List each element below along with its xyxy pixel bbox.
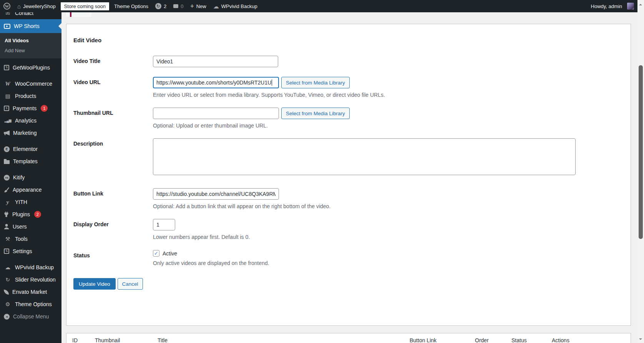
sidebar-item-envato-market[interactable]: Envato Market: [0, 286, 61, 298]
table-header-button-link: Button Link: [410, 337, 475, 343]
sidebar-item-marketing[interactable]: Marketing: [0, 127, 61, 139]
sidebar-item-plugins[interactable]: Plugins2: [0, 208, 61, 220]
sidebar-item-woocommerce[interactable]: WWooCommerce: [0, 78, 61, 90]
sidebar-item-collapse-menu[interactable]: ◄Collapse Menu: [0, 310, 61, 323]
megaphone-icon: [4, 131, 10, 136]
sliders-icon: ⇅: [4, 249, 9, 254]
new-content-menu[interactable]: + New: [187, 0, 209, 12]
sidebar-item-contact[interactable]: ✉Contact: [0, 12, 61, 19]
sidebar-item-label: Users: [13, 224, 27, 230]
wpvivid-label: WPvivid Backup: [221, 3, 257, 9]
tools-icon: ⚒: [4, 236, 12, 242]
update-video-button[interactable]: Update Video: [73, 278, 116, 290]
sidebar-item-theme-options[interactable]: ⚙Theme Options: [0, 298, 61, 310]
thumbnail-url-input[interactable]: [153, 108, 279, 119]
active-checkbox[interactable]: ✓: [153, 250, 159, 257]
sidebar-item-label: Kitify: [13, 174, 25, 181]
wpvivid-backup-menu[interactable]: ☁ WPvivid Backup: [210, 0, 261, 12]
video-url-input[interactable]: https://www.youtube.com/shorts/y0DMsRT2U…: [153, 77, 279, 88]
sidebar-item-add-new[interactable]: Add New: [0, 45, 61, 58]
videos-table-header-row: IDThumbnailTitleButton LinkOrderStatusAc…: [66, 333, 631, 343]
leaf-icon: [4, 290, 9, 295]
sidebar-item-label: Plugins: [12, 211, 30, 217]
account-menu[interactable]: Howdy, admin: [588, 0, 637, 12]
home-icon: ⌂: [17, 3, 21, 9]
box-icon: ▤: [4, 93, 12, 99]
cancel-button[interactable]: Cancel: [118, 278, 143, 290]
table-header-title: Title: [158, 337, 410, 343]
plug-icon: [4, 212, 9, 217]
site-menu[interactable]: ⌂ JewelleryShop: [14, 0, 59, 12]
comment-count: 0: [181, 3, 183, 9]
sidebar-item-templates[interactable]: Templates: [0, 155, 61, 167]
updates-menu[interactable]: ↻ 2: [152, 0, 170, 12]
sidebar-item-wpvivid-backup[interactable]: ☁WPvivid Backup: [0, 261, 61, 273]
table-header-status: Status: [511, 337, 552, 343]
display-order-input[interactable]: [153, 219, 175, 230]
sidebar-item-products[interactable]: ▤Products: [0, 90, 61, 102]
wp-admin-screen: W ⌂ JewelleryShop Store coming soon Them…: [0, 0, 644, 343]
yith-icon: y: [4, 199, 12, 205]
dollar-icon: $: [4, 106, 9, 111]
text-cursor: [272, 80, 272, 86]
sidebar-separator: [0, 167, 61, 171]
checkmark-icon: ✓: [154, 251, 158, 256]
sidebar-item-getwooplugins[interactable]: ⇅GetWooPlugins: [0, 61, 61, 74]
sidebar-item-label: WPvivid Backup: [15, 264, 54, 270]
description-label: Description: [73, 138, 153, 176]
video-url-media-library-button[interactable]: Select from Media Library: [281, 77, 350, 88]
button-link-row: Button Link Optional: Add a button link …: [73, 188, 624, 209]
content-area: Edit Video Video Title Video URL https:/…: [61, 12, 637, 343]
scrollbar-thumb[interactable]: [639, 65, 643, 239]
sidebar-item-analytics[interactable]: ▂▄▆Analytics: [0, 114, 61, 127]
comments-menu[interactable]: 0: [170, 0, 187, 12]
video-url-row: Video URL https://www.youtube.com/shorts…: [73, 77, 624, 98]
status-label: Status: [73, 250, 153, 266]
sidebar-item-label: WP Shorts: [14, 23, 40, 29]
scroll-up-arrow[interactable]: [639, 4, 642, 5]
sidebar-item-payments[interactable]: $Payments1: [0, 102, 61, 114]
sidebar-item-label: Templates: [13, 158, 38, 164]
sidebar-item-yith[interactable]: yYITH: [0, 196, 61, 208]
sidebar-item-appearance[interactable]: Appearance: [0, 184, 61, 196]
button-link-help: Optional: Add a button link that will ap…: [153, 203, 624, 209]
sidebar-item-users[interactable]: Users: [0, 220, 61, 233]
cloud-icon: ☁: [4, 265, 12, 270]
sidebar-item-settings[interactable]: ⇅Settings: [0, 245, 61, 257]
display-order-help: Lower numbers appear first. Default is 0…: [153, 234, 624, 240]
thumbnail-media-library-button[interactable]: Select from Media Library: [281, 108, 350, 119]
sidebar-item-tools[interactable]: ⚒Tools: [0, 233, 61, 245]
wp-logo-menu[interactable]: W: [0, 0, 14, 12]
description-textarea[interactable]: [153, 138, 576, 175]
active-checkbox-label: Active: [163, 250, 177, 257]
display-order-row: Display Order Lower numbers appear first…: [73, 219, 624, 240]
sidebar-item-elementor[interactable]: EElementor: [0, 143, 61, 155]
theme-options-menu[interactable]: Theme Options: [111, 0, 152, 12]
updates-icon: ↻: [155, 3, 161, 9]
table-header-thumbnail: Thumbnail: [95, 337, 158, 343]
sidebar-separator: [0, 58, 61, 61]
sidebar-item-wp-shorts[interactable]: ▶WP Shorts: [0, 19, 61, 33]
envelope-icon: ✉: [4, 12, 12, 16]
scrollbar[interactable]: [637, 0, 644, 343]
sidebar-item-label: Contact: [15, 12, 33, 16]
sidebar-item-label: Envato Market: [12, 289, 47, 295]
admin-bar-left: W ⌂ JewelleryShop Store coming soon Them…: [0, 0, 261, 12]
sidebar-item-label: Marketing: [13, 130, 37, 136]
sidebar-item-kitify[interactable]: nsKitify: [0, 171, 61, 184]
kitify-icon: ns: [4, 175, 10, 181]
sidebar-separator: [0, 139, 61, 143]
sidebar-item-label: Elementor: [13, 146, 38, 152]
edit-video-card: Edit Video Video Title Video URL https:/…: [66, 24, 631, 326]
scroll-down-arrow[interactable]: [639, 338, 642, 340]
status-row: Status ✓ Active Only active videos are d…: [73, 250, 624, 266]
video-title-input[interactable]: [153, 56, 278, 67]
count-badge: 1: [41, 105, 48, 112]
sidebar-item-label: Add New: [5, 48, 25, 53]
folder-icon: [4, 160, 10, 164]
sidebar-item-all-videos[interactable]: All Videos: [0, 33, 61, 45]
button-link-input[interactable]: [153, 188, 279, 200]
page-title: Edit Video: [73, 37, 101, 43]
sidebar-item-slider-revolution[interactable]: ↻Slider Revolution: [0, 273, 61, 286]
bar-chart-icon: ▂▄▆: [4, 119, 12, 123]
